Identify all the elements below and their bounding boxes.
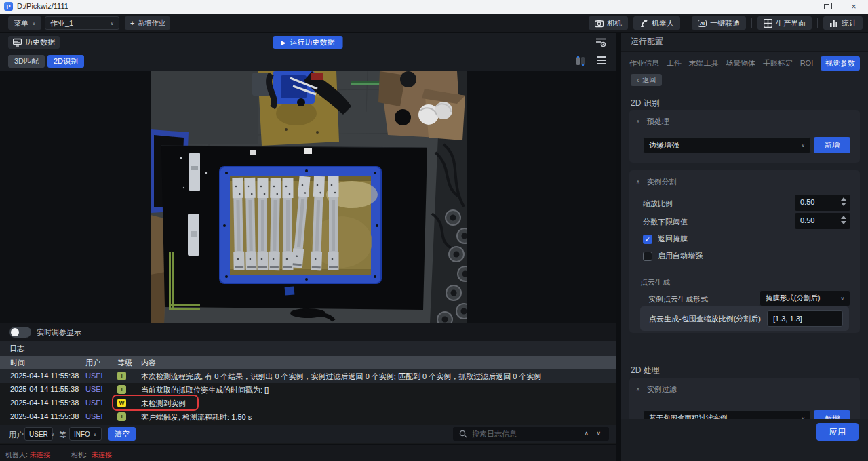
panel-divider [616, 33, 621, 461]
play-icon: ▶ [281, 39, 286, 46]
add-label: 新增 [825, 140, 840, 151]
history-data-icon [13, 38, 22, 47]
menu-list-icon[interactable] [597, 56, 606, 64]
preprocess-select[interactable]: 边缘增强 ∨ [643, 137, 811, 153]
pc-bbox-scale-input[interactable]: [1.3, 1.3] [767, 310, 843, 327]
divider [576, 430, 576, 438]
preprocess-add-button[interactable]: 新增 [814, 137, 850, 153]
back-button[interactable]: ‹ 返回 [631, 74, 662, 86]
close-button[interactable]: × [844, 0, 864, 14]
log-time: 2025-04-14 11:55:38 [10, 412, 79, 420]
menu-button-label: 菜单 [14, 18, 28, 28]
back-arrow-icon: ‹ [637, 77, 639, 84]
chevron-down-icon: ∨ [801, 142, 805, 148]
score-threshold-value: 0.50 [800, 216, 814, 224]
divider [39, 18, 39, 28]
auto-enhance-checkbox-row[interactable]: 启用自动增强 [643, 251, 703, 261]
log-time: 2025-04-14 11:55:38 [10, 399, 79, 407]
run-history-button[interactable]: ▶ 运行历史数据 [273, 36, 343, 49]
log-row[interactable]: 2025-04-14 11:55:38 USEI I 本次检测流程完成, 有 0… [0, 369, 616, 383]
realtime-toggle[interactable] [9, 327, 31, 338]
checkbox-unchecked-icon[interactable] [643, 252, 652, 261]
app-logo-icon: P [4, 2, 13, 11]
scale-value: 0.50 [800, 198, 814, 206]
score-threshold-spinner[interactable]: 0.50 [795, 213, 850, 229]
collapse-icon: ∧ [636, 179, 640, 185]
instance-seg-title: 实例分割 [647, 177, 677, 187]
return-mask-label: 返回掩膜 [658, 234, 688, 244]
pc-form-label: 实例点云生成形式 [648, 294, 708, 304]
close-icon: × [851, 2, 856, 12]
search-icon [459, 430, 467, 438]
tab-hand-eye-calib[interactable]: 手眼标定 [763, 58, 793, 68]
log-title-label: 日志 [9, 344, 24, 354]
statistics-label: 统计 [842, 18, 856, 28]
camera-icon [595, 19, 604, 28]
tab-2d-recognition[interactable]: 2D识别 [47, 55, 84, 68]
scale-spinner[interactable]: 0.50 [795, 195, 850, 211]
production-ui-button[interactable]: 生产界面 [757, 16, 812, 30]
display-settings-icon[interactable] [595, 37, 606, 47]
tab-vision-params[interactable]: 视觉参数 [821, 56, 860, 71]
tab-end-tool[interactable]: 末端工具 [688, 58, 718, 68]
statistics-button[interactable]: 统计 [823, 16, 863, 30]
stepper-arrows-icon[interactable] [841, 216, 846, 224]
pc-form-value: 掩膜形式(分割后) [766, 294, 821, 303]
filter-level-value: INFO [74, 430, 90, 438]
filter-user-select[interactable]: USER ∨ [24, 427, 53, 441]
tab-job-info[interactable]: 作业信息 [629, 58, 659, 68]
level-info-badge: I [117, 412, 126, 421]
new-job-button[interactable]: + 新增作业 [125, 16, 170, 30]
apply-button[interactable]: 应用 [816, 423, 859, 441]
realtime-toggle-label: 实时调参显示 [37, 327, 81, 338]
stepper-arrows-icon[interactable] [841, 197, 846, 206]
tab-scene-object[interactable]: 场景物体 [726, 58, 755, 68]
tab-roi[interactable]: ROI [800, 59, 814, 67]
camera-status-label: 相机: [71, 450, 87, 460]
log-row[interactable]: 2025-04-14 11:55:38 USEI I 当前获取的抓取位姿生成的时… [0, 383, 616, 397]
ai-connect-label: 一键联通 [710, 18, 740, 28]
tab-workpiece[interactable]: 工件 [667, 58, 682, 68]
log-user: USEI [85, 385, 103, 393]
warning-highlight-box [112, 395, 199, 411]
production-ui-label: 生产界面 [776, 18, 806, 28]
log-row[interactable]: 2025-04-14 11:55:38 USEI I 客户端触发, 检测流程耗时… [0, 410, 616, 424]
ai-connect-button[interactable]: AI 一键联通 [692, 16, 746, 30]
return-mask-checkbox-row[interactable]: ✓ 返回掩膜 [643, 234, 688, 244]
history-header-row: 历史数据 ▶ 运行历史数据 [0, 33, 616, 52]
grid-icon [764, 19, 772, 28]
pc-form-select[interactable]: 掩膜形式(分割后) ∨ [760, 290, 850, 306]
tab-3d-match[interactable]: 3D匹配 [8, 55, 45, 68]
menu-button[interactable]: 菜单 ∨ [8, 16, 41, 30]
job-select[interactable]: 作业_1 ∨ [45, 16, 119, 30]
clear-log-button[interactable]: 清空 [108, 427, 136, 441]
menu-bar: 菜单 ∨ 作业_1 ∨ + 新增作业 相机 机器人 AI 一键联通 [0, 14, 868, 33]
search-prev-button[interactable]: ∧ [584, 430, 589, 437]
apply-bar: 应用 [621, 419, 868, 461]
log-row[interactable]: 2025-04-14 11:55:38 USEI W 未检测到实例 [0, 397, 616, 410]
history-data-button[interactable]: 历史数据 [8, 36, 60, 49]
maximize-button[interactable] [816, 0, 837, 14]
job-select-value: 作业_1 [50, 18, 73, 28]
minimize-button[interactable]: – [789, 0, 809, 14]
preprocess-header[interactable]: ∧ 预处理 [636, 117, 669, 127]
robot-button[interactable]: 机器人 [633, 16, 680, 30]
ai-icon: AI [698, 20, 707, 27]
compare-view-icon[interactable] [575, 56, 586, 66]
search-next-button[interactable]: ∨ [596, 430, 601, 437]
checkbox-checked-icon[interactable]: ✓ [643, 235, 652, 244]
filter-level-select[interactable]: INFO ∨ [69, 427, 102, 441]
instance-seg-header[interactable]: ∧ 实例分割 [636, 177, 677, 187]
instance-filter-header[interactable]: ∧ 实例过滤 [636, 384, 677, 395]
history-panel: 历史数据 ▶ 运行历史数据 3D匹配 2D识别 [0, 33, 616, 444]
robot-status-value: 未连接 [30, 450, 50, 460]
pc-bbox-scale-box: 点云生成-包围盒缩放比例(分割后) [1.3, 1.3] [640, 306, 849, 331]
robot-icon [639, 19, 648, 28]
scale-label: 缩放比例 [643, 199, 673, 209]
log-search-input[interactable] [472, 427, 574, 441]
camera-image [151, 71, 467, 323]
log-user: USEI [85, 412, 103, 420]
log-content: 本次检测流程完成, 有 0 个结果，识别出 0 个实例，实例过滤后返回 0 个实… [141, 372, 541, 382]
camera-button[interactable]: 相机 [589, 16, 628, 30]
log-content: 当前获取的抓取位姿生成的时间戳为: [] [141, 385, 269, 395]
